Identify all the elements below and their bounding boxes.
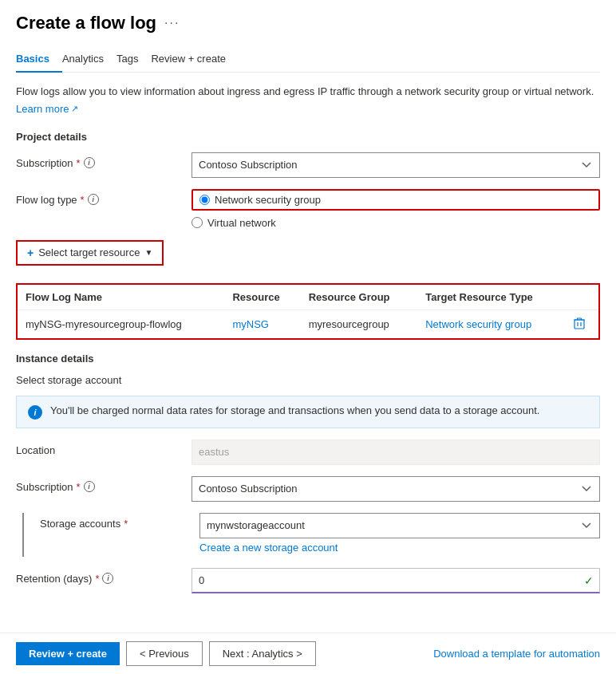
instance-subscription-dropdown[interactable]: Contoso Subscription [192,476,600,502]
subscription-dropdown[interactable]: Contoso Subscription [192,152,600,178]
required-star-4: * [124,518,128,530]
learn-more-link[interactable]: Learn more ↗ [16,103,78,115]
plus-icon: + [27,246,34,259]
instance-subscription-control: Contoso Subscription [192,476,600,502]
select-target-resource-label: Select target resource [38,246,140,258]
subscription-info-icon[interactable]: i [84,157,95,168]
nsg-radio-label: Network security group [215,194,321,206]
required-star-3: * [77,481,81,493]
flow-log-type-radio-group: Network security group Virtual network [192,189,600,229]
ellipsis-menu[interactable]: ··· [164,16,180,30]
select-target-resource-button[interactable]: + Select target resource ▼ [16,240,164,266]
page-title: Create a flow log [16,13,156,34]
cell-resource: myNSG [224,309,300,338]
table-row: myNSG-myresourcegroup-flowlog myNSG myre… [18,309,598,338]
subscription-row: Subscription * i Contoso Subscription [16,152,600,178]
retention-input[interactable] [192,568,600,593]
nsg-radio-option[interactable]: Network security group [192,189,600,211]
tab-basics[interactable]: Basics [16,46,62,73]
flow-log-type-control: Network security group Virtual network [192,189,600,229]
footer: Review + create < Previous Next : Analyt… [0,633,616,674]
info-banner-text: You'll be charged normal data rates for … [50,404,539,416]
storage-indent-line [22,513,24,557]
retention-wrapper: ✓ [192,568,600,593]
checkmark-icon: ✓ [584,574,594,587]
download-template-link[interactable]: Download a template for automation [433,648,600,660]
flow-log-type-row: Flow log type * i Network security group… [16,189,600,229]
storage-accounts-control: mynwstorageaccount Create a new storage … [199,513,600,554]
location-control [192,439,600,465]
nsg-radio-input[interactable] [199,195,210,205]
subscription-dropdown-wrapper: Contoso Subscription [192,152,600,178]
cell-target-resource-type: Network security group [417,309,566,338]
info-icon-circle: i [28,405,42,420]
location-input [192,439,600,465]
cell-flow-log-name: myNSG-myresourcegroup-flowlog [18,309,224,338]
required-star-5: * [95,573,99,585]
flow-log-type-label: Flow log type * i [16,189,192,206]
storage-accounts-dropdown[interactable]: mynwstorageaccount [199,513,600,538]
col-resource: Resource [224,285,300,310]
cell-resource-group: myresourcegroup [301,309,418,338]
instance-subscription-label: Subscription * i [16,476,192,493]
select-storage-account-label: Select storage account [16,374,600,386]
previous-button[interactable]: < Previous [126,641,203,666]
tab-review-create[interactable]: Review + create [151,46,239,73]
required-star: * [77,157,81,169]
resources-table: Flow Log Name Resource Resource Group Ta… [18,285,598,338]
tab-analytics[interactable]: Analytics [62,46,116,73]
storage-accounts-label: Storage accounts * [40,513,199,530]
storage-accounts-row: Storage accounts * mynwstorageaccount Cr… [40,513,600,554]
vnet-radio-label: Virtual network [207,217,276,229]
retention-info-icon[interactable]: i [102,573,113,584]
next-button[interactable]: Next : Analytics > [209,641,316,666]
retention-control: ✓ [192,568,600,593]
vnet-radio-input[interactable] [192,217,203,228]
review-create-button[interactable]: Review + create [16,642,120,665]
retention-label: Retention (days) * i [16,568,192,585]
col-target-resource-type: Target Resource Type [417,285,566,310]
instance-subscription-row: Subscription * i Contoso Subscription [16,476,600,502]
tab-bar: Basics Analytics Tags Review + create [16,46,600,73]
delete-row-button[interactable] [574,317,585,332]
instance-subscription-info-icon[interactable]: i [84,481,95,492]
storage-accounts-wrapper: Storage accounts * mynwstorageaccount Cr… [16,513,600,557]
project-details-header: Project details [16,131,600,143]
svg-rect-0 [575,320,584,329]
chevron-down-icon: ▼ [144,248,152,257]
subscription-label: Subscription * i [16,152,192,169]
tab-tags[interactable]: Tags [116,46,151,73]
location-row: Location [16,439,600,465]
instance-details-section: Instance details Select storage account … [16,353,600,593]
col-flow-log-name: Flow Log Name [18,285,224,310]
flow-log-type-info-icon[interactable]: i [88,194,99,205]
external-link-icon: ↗ [71,104,78,114]
location-label: Location [16,439,192,456]
storage-fields: Storage accounts * mynwstorageaccount Cr… [40,513,600,557]
vnet-radio-option[interactable]: Virtual network [192,217,600,229]
col-resource-group: Resource Group [301,285,418,310]
info-banner: i You'll be charged normal data rates fo… [16,396,600,428]
required-star-2: * [81,194,85,206]
resources-table-container: Flow Log Name Resource Resource Group Ta… [16,283,600,340]
intro-description: Flow logs allow you to view information … [16,84,600,100]
instance-details-header: Instance details [16,353,600,365]
retention-row: Retention (days) * i ✓ [16,568,600,593]
create-storage-link[interactable]: Create a new storage account [199,542,600,554]
